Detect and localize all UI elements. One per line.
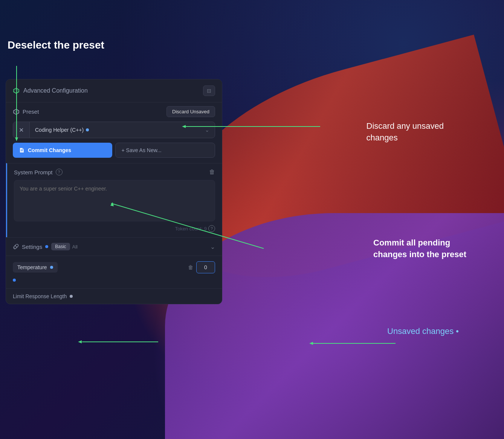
temperature-value: 0 (204, 264, 207, 270)
advanced-config-panel: Advanced Configuration ⊟ Preset Discard … (6, 79, 222, 304)
preset-actions: Commit Changes + Save As New... (13, 143, 215, 158)
annotation-discard: Discard any unsavedchanges (367, 120, 444, 144)
discard-btn-label: Discard Unsaved (172, 109, 209, 114)
temperature-text-label: Temperature (17, 264, 47, 270)
temperature-slider-knob[interactable] (13, 279, 16, 282)
temperature-value-box: 0 (196, 261, 215, 273)
save-as-new-button[interactable]: + Save As New... (115, 143, 215, 158)
system-prompt-delete-icon[interactable]: 🗑 (209, 169, 215, 175)
limit-response-section: Limit Response Length (6, 288, 222, 304)
preset-name-text: Coding Helper (C++) (35, 127, 84, 133)
settings-label: Settings (22, 244, 42, 250)
preset-text-label: Preset (23, 108, 39, 115)
temperature-controls: 🗑 0 (188, 261, 215, 273)
tab-basic-button[interactable]: Basic (51, 243, 70, 250)
annotation-commit: Commit all pendingchanges into the prese… (373, 237, 466, 261)
preset-header: Preset Discard Unsaved (13, 106, 215, 117)
panel-collapse-button[interactable]: ⊟ (203, 85, 215, 96)
annotation-unsaved: Unsaved changes • (387, 326, 459, 337)
preset-name-display: Coding Helper (C++) (30, 127, 200, 133)
discard-unsaved-button[interactable]: Discard Unsaved (166, 106, 215, 117)
preset-chevron-icon[interactable]: ⌄ (200, 127, 215, 133)
settings-chevron-icon[interactable]: ⌄ (210, 243, 215, 250)
temperature-row: Temperature 🗑 0 (13, 261, 215, 273)
system-prompt-help-icon[interactable]: ? (56, 169, 63, 175)
panel-header: Advanced Configuration ⊟ (6, 79, 222, 102)
commit-btn-label: Commit Changes (28, 147, 71, 153)
settings-unsaved-dot (45, 245, 48, 248)
system-prompt-section: System Prompt ? 🗑 Token count: 9 ? (6, 163, 222, 237)
x-icon: ✕ (19, 127, 24, 134)
preset-section: Preset Discard Unsaved ✕ Coding Helper (… (6, 102, 222, 163)
temperature-slider-area (13, 277, 215, 283)
panel-header-left: Advanced Configuration (13, 87, 88, 94)
settings-section: Settings Basic All ⌄ (6, 237, 222, 256)
settings-header: Settings Basic All ⌄ (13, 243, 215, 250)
limit-response-label: Limit Response Length (13, 293, 67, 299)
chevron-down-icon: ⌄ (205, 127, 209, 133)
commit-changes-button[interactable]: Commit Changes (13, 143, 112, 158)
limit-response-dot (70, 295, 73, 298)
tab-all-button[interactable]: All (72, 243, 78, 250)
collapse-icon: ⊟ (207, 88, 211, 94)
temperature-label-group: Temperature (13, 262, 58, 273)
token-count-help-icon[interactable]: ? (208, 225, 215, 232)
preset-label: Preset (13, 108, 39, 115)
system-prompt-label: System Prompt (14, 169, 53, 175)
preset-cube-icon (13, 108, 20, 115)
commit-doc-icon (19, 147, 25, 153)
token-count-text: Token count: 9 (175, 226, 207, 232)
panel-icon (13, 87, 20, 94)
token-count-display: Token count: 9 ? (14, 225, 215, 232)
settings-wrench-icon (13, 244, 19, 250)
system-prompt-label-group: System Prompt ? (14, 169, 63, 175)
settings-tabs: Basic All (51, 243, 78, 250)
preset-unsaved-dot (86, 128, 89, 131)
preset-deselect-button[interactable]: ✕ (13, 122, 30, 138)
panel-title: Advanced Configuration (23, 87, 88, 94)
temperature-section: Temperature 🗑 0 (6, 256, 222, 288)
save-as-btn-label: + Save As New... (122, 147, 162, 153)
temperature-unsaved-dot (50, 266, 53, 269)
settings-left: Settings Basic All (13, 243, 78, 250)
tab-basic-label: Basic (55, 244, 66, 249)
help-question-mark: ? (58, 170, 60, 174)
annotation-deselect-title: Deselect the preset (8, 38, 104, 52)
system-prompt-textarea[interactable] (14, 180, 215, 221)
preset-dropdown[interactable]: ✕ Coding Helper (C++) ⌄ (13, 122, 215, 138)
svg-point-15 (14, 248, 15, 248)
temperature-delete-icon[interactable]: 🗑 (188, 264, 193, 270)
tab-all-label: All (72, 244, 78, 250)
system-prompt-header: System Prompt ? 🗑 (14, 169, 215, 175)
